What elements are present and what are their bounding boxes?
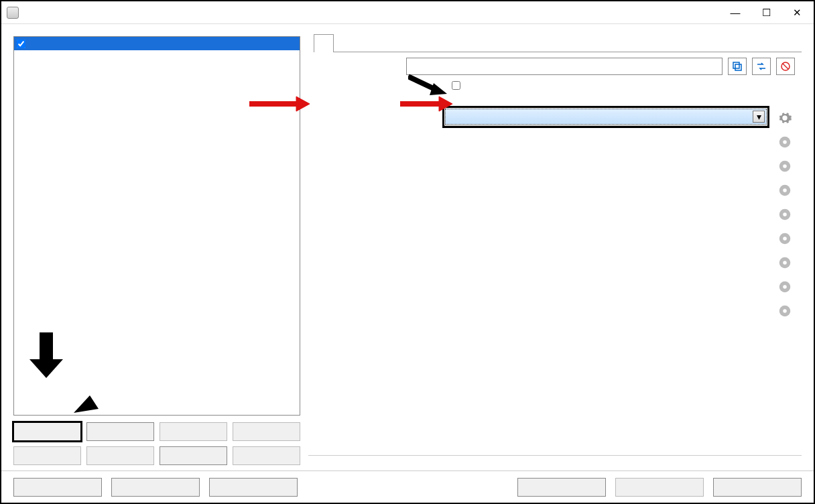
profile-row-default[interactable] xyxy=(14,37,300,50)
tab-layer1[interactable] xyxy=(314,34,334,52)
svg-point-15 xyxy=(783,261,787,265)
bottom-bar xyxy=(1,470,814,503)
tab-options[interactable] xyxy=(374,34,394,52)
copy-button[interactable] xyxy=(86,422,154,441)
about-button[interactable] xyxy=(517,478,606,497)
close-button[interactable] xyxy=(713,478,802,497)
svg-point-13 xyxy=(783,237,787,241)
export-button xyxy=(160,422,227,441)
left-panel xyxy=(13,34,300,465)
profile-buttons xyxy=(13,422,300,465)
gear-icon[interactable] xyxy=(777,255,792,270)
reset-layer-icon[interactable] xyxy=(776,58,795,75)
svg-point-17 xyxy=(783,285,787,289)
svg-point-11 xyxy=(783,212,787,216)
svg-line-3 xyxy=(783,64,788,69)
profile-info xyxy=(308,455,802,465)
disable-layer-checkbox[interactable] xyxy=(452,81,460,90)
apply-button xyxy=(615,478,704,497)
gear-icon[interactable] xyxy=(777,207,792,222)
chevron-down-icon[interactable]: ▾ xyxy=(753,111,765,123)
gear-icon[interactable] xyxy=(777,304,792,318)
add-button[interactable] xyxy=(13,422,81,441)
gear-icon[interactable] xyxy=(777,111,792,125)
edit-button xyxy=(13,446,81,465)
gear-icon[interactable] xyxy=(777,135,792,149)
layer1-pane xyxy=(308,52,802,92)
svg-point-9 xyxy=(783,188,787,192)
gear-icon[interactable] xyxy=(777,159,792,174)
svg-rect-1 xyxy=(735,64,741,70)
remove-button xyxy=(86,446,154,465)
tab-scrolling[interactable] xyxy=(354,34,374,52)
dropdown-selected[interactable]: ▾ xyxy=(445,109,767,125)
tabs xyxy=(314,34,802,52)
bindings-area xyxy=(315,106,795,323)
svg-point-7 xyxy=(783,164,787,168)
profiles-list[interactable] xyxy=(13,36,300,416)
svg-rect-0 xyxy=(733,62,739,68)
tab-layer2[interactable] xyxy=(334,34,354,52)
gear-icon[interactable] xyxy=(777,279,792,294)
right-panel: ▾ ▴ ▾ xyxy=(308,34,802,465)
settings-button[interactable] xyxy=(13,478,102,497)
swap-layer-icon[interactable] xyxy=(752,58,771,75)
copy-layer-icon[interactable] xyxy=(728,58,747,75)
profile-default-checkbox[interactable] xyxy=(17,40,25,48)
svg-point-19 xyxy=(783,309,787,313)
maximize-button[interactable]: ☐ xyxy=(751,3,781,23)
layer-name-input[interactable] xyxy=(406,58,723,75)
app-icon xyxy=(7,7,19,19)
close-window-button[interactable]: ✕ xyxy=(781,3,812,23)
gear-icon[interactable] xyxy=(777,231,792,246)
gear-icon[interactable] xyxy=(777,183,792,198)
svg-point-5 xyxy=(783,140,787,144)
scroll-down-icon[interactable]: ▾ xyxy=(756,125,767,126)
titlebar: — ☐ ✕ xyxy=(1,1,814,24)
left-button-action-dropdown[interactable]: ▾ ▴ ▾ xyxy=(442,106,769,128)
load-profile-button[interactable] xyxy=(209,478,298,497)
down-button xyxy=(233,446,300,465)
dropdown-list[interactable]: ▴ ▾ xyxy=(444,125,767,126)
minimize-button[interactable]: — xyxy=(720,3,751,23)
up-button xyxy=(233,422,300,441)
save-profile-button[interactable] xyxy=(111,478,200,497)
import-button[interactable] xyxy=(160,446,227,465)
